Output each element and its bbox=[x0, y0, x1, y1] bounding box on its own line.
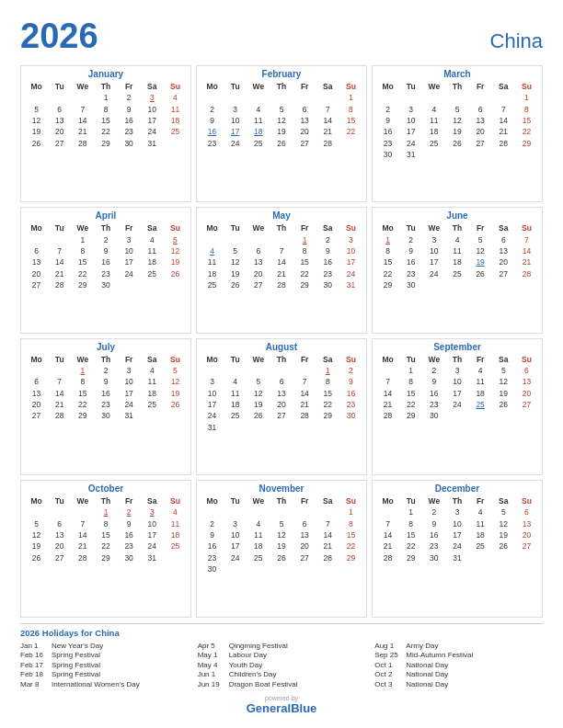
calendar-day: 16 bbox=[339, 387, 362, 398]
calendar-day: 21 bbox=[492, 126, 515, 137]
calendar-day: 5 bbox=[224, 245, 247, 256]
calendar-day: 23 bbox=[94, 268, 117, 279]
calendar-day: 10 bbox=[445, 518, 468, 529]
calendar-day: 23 bbox=[422, 540, 445, 552]
calendar-day bbox=[164, 279, 187, 290]
calendar-day bbox=[270, 365, 293, 376]
calendar-day: 24 bbox=[445, 540, 468, 552]
calendar-day bbox=[316, 92, 339, 103]
calendar-day: 1 bbox=[71, 233, 94, 245]
calendar-day bbox=[247, 365, 270, 376]
day-header: Fr bbox=[469, 81, 492, 92]
calendar-day: 15 bbox=[399, 387, 422, 398]
calendar-day: 25 bbox=[469, 399, 492, 410]
calendar-day bbox=[25, 92, 48, 103]
calendar-day: 12 bbox=[25, 115, 48, 126]
calendar-day bbox=[141, 410, 164, 421]
calendar-day: 20 bbox=[48, 126, 71, 137]
calendar-day: 31 bbox=[201, 421, 224, 432]
calendar-day: 22 bbox=[339, 540, 362, 552]
calendar-day: 8 bbox=[515, 103, 538, 114]
calendar-day: 9 bbox=[399, 245, 422, 256]
calendar-table: MoTuWeThFrSaSu12345678910111213141516171… bbox=[376, 495, 538, 563]
calendar-day: 14 bbox=[48, 387, 71, 398]
calendar-day: 23 bbox=[94, 399, 117, 410]
calendar-day: 22 bbox=[71, 268, 94, 279]
calendar-day: 14 bbox=[316, 529, 339, 540]
calendar-day: 26 bbox=[25, 552, 48, 563]
month-block-may: MayMoTuWeThFrSaSu12345678910111213141516… bbox=[196, 207, 367, 333]
calendar-day bbox=[164, 552, 187, 563]
day-header: Su bbox=[515, 495, 538, 506]
calendar-day: 18 bbox=[247, 540, 270, 552]
holiday-date: Feb 16 bbox=[20, 651, 52, 659]
calendar-day: 24 bbox=[141, 126, 164, 137]
calendar-day bbox=[376, 92, 399, 103]
page: 2026 China JanuaryMoTuWeThFrSaSu12345678… bbox=[0, 0, 563, 728]
calendar-day: 14 bbox=[48, 256, 71, 267]
day-header: Tu bbox=[399, 354, 422, 365]
calendar-day: 21 bbox=[316, 540, 339, 552]
day-header: Sa bbox=[492, 354, 515, 365]
calendar-day: 11 bbox=[445, 245, 468, 256]
calendar-day: 17 bbox=[224, 540, 247, 552]
calendar-day bbox=[515, 552, 538, 563]
calendar-day: 16 bbox=[422, 387, 445, 398]
calendar-day: 29 bbox=[376, 279, 399, 290]
calendar-day: 26 bbox=[247, 410, 270, 421]
calendar-day: 12 bbox=[469, 245, 492, 256]
day-header: Th bbox=[445, 81, 468, 92]
day-header: Su bbox=[339, 495, 362, 506]
calendar-day: 27 bbox=[293, 138, 316, 149]
calendar-day: 26 bbox=[492, 399, 515, 410]
holiday-date: May 4 bbox=[198, 661, 229, 669]
calendar-day bbox=[224, 365, 247, 376]
calendar-day bbox=[247, 421, 270, 432]
month-block-october: OctoberMoTuWeThFrSaSu1234567891011121314… bbox=[20, 480, 191, 617]
calendar-day: 19 bbox=[247, 399, 270, 410]
calendar-day bbox=[422, 279, 445, 290]
holiday-name: International Women's Day bbox=[52, 680, 140, 688]
calendar-day: 18 bbox=[141, 387, 164, 398]
calendar-day: 16 bbox=[399, 256, 422, 267]
day-header: Su bbox=[164, 354, 187, 365]
calendar-day: 7 bbox=[48, 376, 71, 387]
calendar-day: 24 bbox=[399, 138, 422, 149]
month-block-april: AprilMoTuWeThFrSaSu123456789101112131415… bbox=[20, 207, 191, 333]
calendar-day: 6 bbox=[48, 518, 71, 529]
day-header: Mo bbox=[25, 222, 48, 233]
calendar-day: 14 bbox=[293, 387, 316, 398]
calendar-day: 28 bbox=[71, 138, 94, 149]
calendar-day: 1 bbox=[339, 92, 362, 103]
calendar-day: 2 bbox=[118, 506, 141, 518]
calendar-day: 21 bbox=[71, 126, 94, 137]
calendar-day: 9 bbox=[316, 245, 339, 256]
calendar-day bbox=[339, 563, 362, 574]
calendar-day: 15 bbox=[316, 387, 339, 398]
calendar-day: 3 bbox=[201, 376, 224, 387]
month-block-january: JanuaryMoTuWeThFrSaSu1234567891011121314… bbox=[20, 65, 191, 202]
day-header: Th bbox=[445, 495, 468, 506]
calendar-day: 29 bbox=[316, 410, 339, 421]
calendar-day: 14 bbox=[316, 115, 339, 126]
month-block-february: FebruaryMoTuWeThFrSaSu123456789101112131… bbox=[196, 65, 367, 202]
calendar-day bbox=[201, 92, 224, 103]
day-header: Sa bbox=[141, 81, 164, 92]
holiday-date: Sep 25 bbox=[374, 651, 406, 659]
calendar-day: 27 bbox=[48, 552, 71, 563]
calendar-day: 18 bbox=[247, 126, 270, 137]
calendar-day: 19 bbox=[164, 256, 187, 267]
calendar-day: 28 bbox=[48, 410, 71, 421]
calendar-day: 18 bbox=[422, 126, 445, 137]
calendar-table: MoTuWeThFrSaSu12345678910111213141516171… bbox=[25, 81, 187, 149]
calendar-day: 7 bbox=[316, 103, 339, 114]
day-header: Sa bbox=[492, 222, 515, 233]
calendar-day: 14 bbox=[270, 256, 293, 267]
calendar-day: 12 bbox=[270, 529, 293, 540]
holiday-name: National Day bbox=[406, 680, 448, 688]
holiday-name: Dragon Boat Festival bbox=[229, 680, 298, 688]
calendar-day: 12 bbox=[492, 376, 515, 387]
calendar-day: 17 bbox=[201, 399, 224, 410]
day-header: Tu bbox=[224, 354, 247, 365]
calendar-day: 22 bbox=[399, 399, 422, 410]
